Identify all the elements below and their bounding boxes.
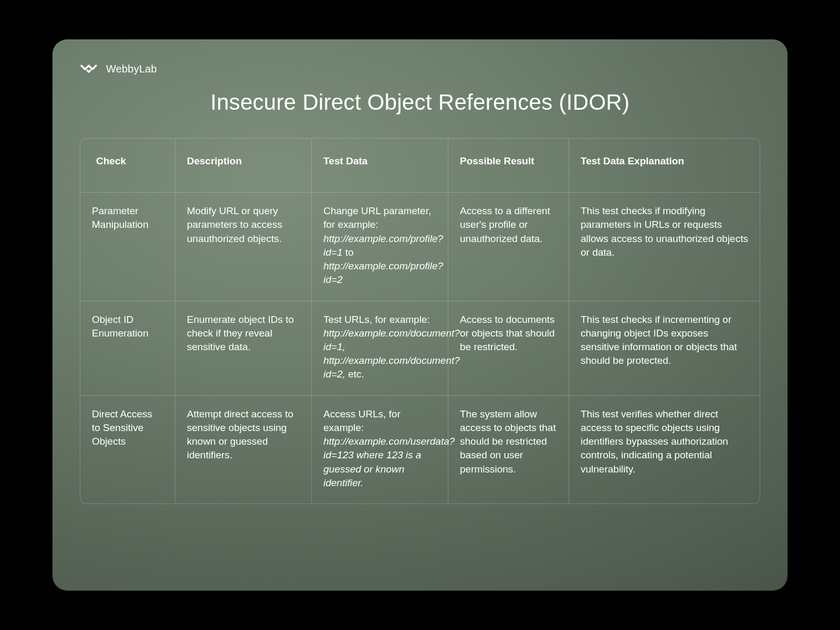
cell-result: Access to a different user's profile or … xyxy=(448,192,569,300)
cell-description: Modify URL or query parameters to access… xyxy=(175,192,311,300)
cell-result: Access to documents or objects that shou… xyxy=(448,301,569,395)
brand-logo-icon xyxy=(80,62,100,75)
cell-explanation: This test verifies whether direct access… xyxy=(569,395,760,503)
cell-test-data: Access URLs, for example: http://example… xyxy=(311,395,448,503)
col-explanation: Test Data Explanation xyxy=(569,139,760,192)
table-row: Direct Access to Sensitive Objects Attem… xyxy=(80,395,760,503)
page-title: Insecure Direct Object References (IDOR) xyxy=(80,90,760,115)
cell-check: Object ID Enumeration xyxy=(80,301,175,395)
table-header-row: Check Description Test Data Possible Res… xyxy=(80,139,760,192)
brand: WebbyLab xyxy=(80,62,760,75)
table-row: Object ID Enumeration Enumerate object I… xyxy=(80,301,760,395)
cell-check: Direct Access to Sensitive Objects xyxy=(80,395,175,503)
cell-description: Enumerate object IDs to check if they re… xyxy=(175,301,311,395)
cell-test-data: Test URLs, for example: http://example.c… xyxy=(311,301,448,395)
cell-explanation: This test checks if modifying parameters… xyxy=(569,192,760,300)
cell-result: The system allow access to objects that … xyxy=(448,395,569,503)
info-card: WebbyLab Insecure Direct Object Referenc… xyxy=(52,39,788,591)
col-check: Check xyxy=(80,139,175,192)
cell-check: Parameter Manipulation xyxy=(80,192,175,300)
brand-name: WebbyLab xyxy=(106,63,157,75)
cell-description: Attempt direct access to sensitive objec… xyxy=(175,395,311,503)
col-test-data: Test Data xyxy=(311,139,448,192)
idor-table: Check Description Test Data Possible Res… xyxy=(80,138,760,504)
cell-test-data: Change URL parameter, for example: http:… xyxy=(311,192,448,300)
col-result: Possible Result xyxy=(448,139,569,192)
table-row: Parameter Manipulation Modify URL or que… xyxy=(80,192,760,300)
col-description: Description xyxy=(175,139,311,192)
cell-explanation: This test checks if incrementing or chan… xyxy=(569,301,760,395)
